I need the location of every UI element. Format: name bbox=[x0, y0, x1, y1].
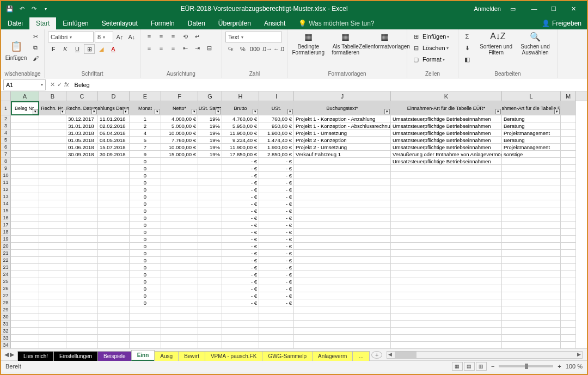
cell[interactable] bbox=[11, 193, 39, 200]
cell[interactable]: Umsatzsteuerpflichtige Betriebseinnahmen bbox=[391, 115, 502, 122]
cell[interactable]: 5.000,00 € bbox=[161, 122, 198, 130]
decrease-indent-icon[interactable]: ⇤ bbox=[180, 43, 191, 53]
cell[interactable]: - € bbox=[222, 243, 259, 250]
cell[interactable] bbox=[11, 179, 39, 186]
cell[interactable] bbox=[198, 342, 222, 348]
ribbon-options-icon[interactable]: ▭ bbox=[509, 4, 517, 13]
row-header[interactable]: 1 bbox=[1, 101, 11, 115]
conditional-formatting-button[interactable]: ▦Bedingte Formatierung bbox=[291, 32, 326, 56]
cell[interactable]: Projektmanagement bbox=[502, 130, 561, 137]
italic-button[interactable]: K bbox=[60, 44, 71, 54]
cell[interactable] bbox=[161, 214, 198, 222]
cell[interactable] bbox=[98, 193, 130, 200]
align-center-icon[interactable]: ≡ bbox=[156, 43, 167, 53]
cell[interactable] bbox=[39, 292, 66, 299]
font-color-button[interactable]: A bbox=[108, 44, 119, 54]
cell[interactable] bbox=[502, 335, 561, 342]
cell[interactable] bbox=[198, 243, 222, 250]
filter-icon[interactable]: ▾ bbox=[216, 109, 221, 114]
cell[interactable] bbox=[98, 299, 130, 306]
cell[interactable] bbox=[222, 321, 259, 328]
cell[interactable] bbox=[198, 257, 222, 264]
increase-decimal-icon[interactable]: .0→ bbox=[261, 44, 272, 54]
cell[interactable] bbox=[259, 306, 294, 313]
redo-icon[interactable]: ↷ bbox=[29, 4, 38, 13]
cell[interactable] bbox=[11, 250, 39, 257]
cell[interactable] bbox=[130, 313, 161, 321]
cell[interactable]: Projekt 2 - Umsetzung bbox=[294, 144, 391, 151]
cell[interactable] bbox=[294, 186, 391, 193]
cell[interactable] bbox=[98, 158, 130, 165]
cell[interactable] bbox=[39, 193, 66, 200]
align-left-icon[interactable]: ≡ bbox=[144, 43, 155, 53]
cell-styles-button[interactable]: ▦Zellenformatvorlagen bbox=[365, 32, 403, 50]
cell[interactable] bbox=[391, 214, 502, 222]
cell[interactable]: - € bbox=[222, 257, 259, 264]
cell[interactable]: - € bbox=[222, 229, 259, 236]
cell[interactable] bbox=[66, 236, 98, 243]
row-header[interactable]: 14 bbox=[1, 200, 11, 207]
close-icon[interactable]: ✕ bbox=[564, 3, 583, 15]
cell[interactable]: Rechn. Datum▾ bbox=[66, 101, 98, 115]
cell[interactable] bbox=[198, 321, 222, 328]
cell[interactable]: 10.000,00 € bbox=[161, 144, 198, 151]
tell-me-search[interactable]: 💡 Was möchten Sie tun? bbox=[298, 20, 374, 29]
cell[interactable] bbox=[66, 165, 98, 172]
cell[interactable] bbox=[66, 172, 98, 179]
cell[interactable] bbox=[11, 257, 39, 264]
cell[interactable] bbox=[11, 158, 39, 165]
cell[interactable] bbox=[11, 200, 39, 207]
cell[interactable] bbox=[161, 172, 198, 179]
zoom-in-icon[interactable]: + bbox=[558, 363, 561, 370]
cell[interactable]: - € bbox=[222, 250, 259, 257]
sheet-tab-liesmich[interactable]: Lies mich! bbox=[17, 351, 54, 361]
cell[interactable] bbox=[502, 200, 561, 207]
column-header-B[interactable]: B bbox=[39, 91, 66, 101]
cell[interactable] bbox=[66, 321, 98, 328]
cell[interactable] bbox=[66, 186, 98, 193]
cell[interactable] bbox=[39, 200, 66, 207]
cell[interactable] bbox=[66, 158, 98, 165]
cell[interactable] bbox=[39, 186, 66, 193]
cell[interactable]: - € bbox=[259, 271, 294, 278]
cell[interactable] bbox=[259, 328, 294, 335]
cell[interactable] bbox=[502, 158, 561, 165]
cell[interactable] bbox=[39, 229, 66, 236]
cell[interactable] bbox=[502, 257, 561, 264]
column-header-E[interactable]: E bbox=[130, 91, 161, 101]
cell[interactable]: - € bbox=[222, 193, 259, 200]
cell[interactable] bbox=[11, 285, 39, 292]
percent-icon[interactable]: % bbox=[237, 44, 248, 54]
cell[interactable] bbox=[98, 271, 130, 278]
cell[interactable]: Projekt 1 - Umsetzung bbox=[294, 130, 391, 137]
cell[interactable] bbox=[98, 321, 130, 328]
cell[interactable] bbox=[561, 271, 576, 278]
cell[interactable]: Projekt 1 - Konzeption - Abschlussrechnu… bbox=[294, 122, 391, 130]
cell[interactable]: - € bbox=[222, 214, 259, 222]
cell[interactable]: 4.760,00 € bbox=[222, 115, 259, 122]
cell[interactable] bbox=[391, 257, 502, 264]
cell[interactable]: 0 bbox=[130, 236, 161, 243]
row-header[interactable]: 3 bbox=[1, 122, 11, 130]
cell[interactable] bbox=[198, 306, 222, 313]
cell[interactable]: - € bbox=[259, 236, 294, 243]
cell[interactable] bbox=[198, 193, 222, 200]
borders-button[interactable]: ⊞ bbox=[84, 44, 95, 54]
tab-formulas[interactable]: Formeln bbox=[144, 17, 181, 29]
cell[interactable] bbox=[11, 271, 39, 278]
cell[interactable] bbox=[561, 151, 576, 158]
cell[interactable] bbox=[198, 222, 222, 229]
cell[interactable] bbox=[161, 257, 198, 264]
cell[interactable] bbox=[561, 342, 576, 348]
cell[interactable] bbox=[161, 222, 198, 229]
cell[interactable] bbox=[98, 207, 130, 214]
find-select-button[interactable]: 🔍Suchen und Auswählen bbox=[517, 32, 554, 56]
cell[interactable]: 950,00 € bbox=[259, 122, 294, 130]
cell[interactable] bbox=[98, 250, 130, 257]
cell[interactable] bbox=[391, 299, 502, 306]
horizontal-scrollbar[interactable]: ◀▶ bbox=[387, 351, 583, 359]
cell[interactable] bbox=[98, 306, 130, 313]
cell[interactable]: 19% bbox=[198, 115, 222, 122]
cell[interactable] bbox=[11, 299, 39, 306]
cell[interactable] bbox=[561, 229, 576, 236]
